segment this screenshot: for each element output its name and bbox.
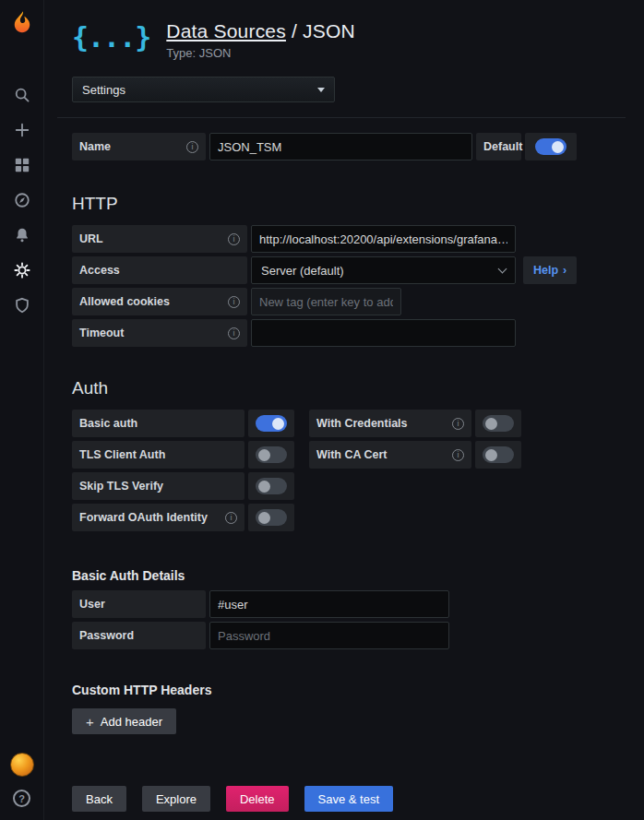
access-row: Access Server (default) Help ›	[72, 256, 626, 284]
switch-knob	[258, 449, 270, 461]
save-and-test-button[interactable]: Save & test	[304, 786, 393, 812]
info-icon[interactable]: i	[452, 449, 464, 461]
sidebar: ?	[0, 0, 44, 820]
info-icon[interactable]: i	[225, 512, 237, 524]
sidebar-item-add[interactable]	[0, 113, 44, 148]
timeout-input[interactable]	[251, 319, 516, 347]
form-actions: Back Explore Delete Save & test	[72, 786, 626, 812]
forward-oauth-toggle[interactable]	[248, 504, 294, 531]
skip-tls-verify-toggle[interactable]	[248, 472, 294, 500]
with-ca-cert-toggle[interactable]	[475, 441, 521, 469]
password-input[interactable]	[209, 622, 449, 649]
user-input[interactable]	[209, 590, 449, 618]
name-label: Name i	[72, 133, 206, 160]
user-label: User	[72, 590, 206, 618]
sidebar-item-configuration[interactable]	[0, 253, 44, 288]
add-header-label: Add header	[101, 715, 162, 729]
help-button-label: Help	[533, 264, 558, 277]
name-label-text: Name	[79, 140, 111, 153]
help-button[interactable]: Help ›	[523, 256, 577, 284]
user-avatar[interactable]	[10, 753, 34, 777]
info-icon[interactable]: i	[452, 418, 464, 430]
chevron-down-icon	[498, 264, 507, 273]
default-toggle[interactable]	[525, 133, 577, 160]
basic-auth-toggle[interactable]	[248, 410, 294, 437]
with-ca-cert-group: With CA Cert i	[309, 441, 521, 469]
breadcrumb-separator: /	[286, 20, 303, 42]
tab-select-value: Settings	[82, 83, 125, 97]
skip-tls-verify-switch[interactable]	[256, 478, 287, 494]
default-switch[interactable]	[535, 138, 566, 155]
tls-client-auth-toggle[interactable]	[248, 441, 294, 469]
auth-heading: Auth	[72, 378, 626, 398]
with-ca-cert-switch[interactable]	[483, 446, 514, 463]
search-icon	[14, 87, 30, 103]
name-row: Name i Default	[72, 133, 626, 160]
switch-knob	[552, 141, 564, 153]
compass-icon	[14, 192, 30, 208]
info-icon[interactable]: i	[228, 233, 240, 245]
tls-client-auth-switch[interactable]	[256, 446, 287, 463]
password-label-text: Password	[79, 629, 134, 642]
allowed-cookies-label-text: Allowed cookies	[79, 295, 170, 308]
default-label-text: Default	[483, 140, 522, 153]
switch-knob	[258, 512, 270, 524]
access-select-value: Server (default)	[261, 264, 344, 278]
dashboards-grid-icon	[14, 157, 30, 173]
basic-auth-details-heading: Basic Auth Details	[72, 568, 626, 583]
url-label: URL i	[72, 225, 247, 253]
breadcrumb: Data Sources / JSON	[166, 20, 355, 42]
tls-client-auth-row: TLS Client Auth With CA Cert i	[72, 441, 626, 469]
sidebar-item-explore[interactable]	[0, 183, 44, 218]
default-label: Default	[476, 133, 521, 160]
url-input[interactable]	[251, 225, 516, 253]
shield-icon	[14, 297, 30, 314]
caret-down-icon	[317, 88, 325, 92]
datasource-json-logo: {...}	[72, 22, 150, 53]
grafana-logo[interactable]	[10, 7, 34, 37]
user-label-text: User	[79, 598, 105, 611]
skip-tls-verify-label: Skip TLS Verify	[72, 472, 244, 500]
switch-knob	[485, 418, 497, 430]
timeout-row: Timeout i	[72, 319, 626, 347]
name-input[interactable]	[209, 133, 472, 160]
access-label: Access	[72, 256, 247, 284]
with-credentials-toggle[interactable]	[475, 410, 521, 437]
settings-tab-select[interactable]: Settings	[72, 77, 335, 102]
with-ca-cert-label: With CA Cert i	[309, 441, 471, 469]
datasource-form: Name i Default HTTP URL i	[72, 118, 626, 812]
info-icon[interactable]: i	[228, 296, 240, 308]
timeout-label-text: Timeout	[79, 327, 124, 339]
tls-client-auth-label: TLS Client Auth	[72, 441, 244, 469]
info-icon[interactable]: i	[228, 327, 240, 339]
skip-tls-verify-label-text: Skip TLS Verify	[79, 480, 163, 493]
breadcrumb-datasources-link[interactable]: Data Sources	[166, 20, 286, 42]
sidebar-item-server-admin[interactable]	[0, 288, 44, 323]
forward-oauth-switch[interactable]	[256, 509, 287, 526]
back-button[interactable]: Back	[72, 786, 126, 812]
help-icon[interactable]: ?	[13, 790, 30, 807]
sidebar-item-dashboards[interactable]	[0, 148, 44, 183]
with-credentials-switch[interactable]	[483, 415, 514, 432]
skip-tls-verify-row: Skip TLS Verify	[72, 472, 626, 500]
http-heading: HTTP	[72, 194, 626, 214]
delete-button[interactable]: Delete	[226, 786, 289, 812]
add-header-button[interactable]: + Add header	[72, 708, 176, 734]
bell-icon	[14, 227, 30, 244]
url-label-text: URL	[79, 232, 103, 245]
password-row: Password	[72, 622, 626, 649]
sidebar-item-search[interactable]	[0, 77, 44, 113]
breadcrumb-current: JSON	[303, 20, 355, 42]
sidebar-bottom: ?	[10, 753, 34, 820]
switch-knob	[258, 481, 270, 493]
url-row: URL i	[72, 225, 626, 253]
allowed-cookies-input[interactable]	[251, 288, 401, 315]
allowed-cookies-row: Allowed cookies i	[72, 288, 626, 315]
basic-auth-switch[interactable]	[256, 415, 287, 432]
info-icon[interactable]: i	[186, 141, 198, 153]
explore-button[interactable]: Explore	[142, 786, 210, 812]
titles: Data Sources / JSON Type: JSON	[166, 20, 355, 60]
access-select[interactable]: Server (default)	[251, 256, 516, 284]
sidebar-item-alerting[interactable]	[0, 218, 44, 253]
switch-knob	[272, 418, 284, 430]
